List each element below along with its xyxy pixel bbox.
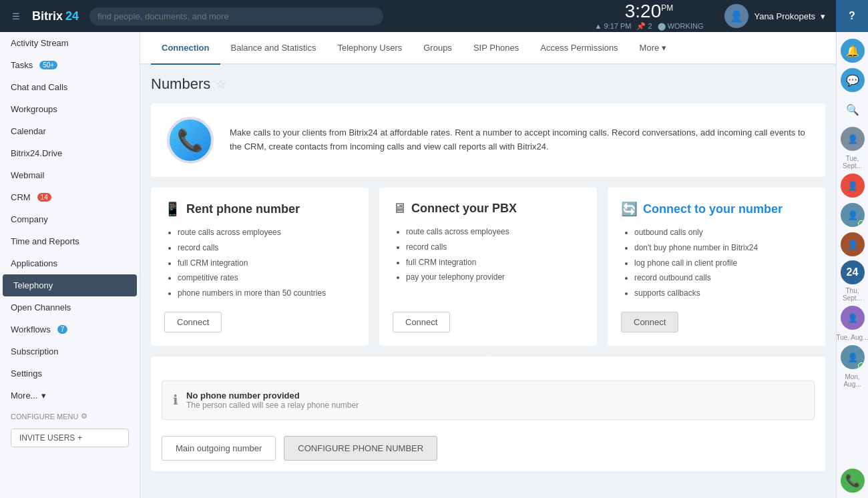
sidebar-item-calendar[interactable]: Calendar [0, 120, 140, 142]
phone-button[interactable]: 📞 [841, 469, 865, 493]
avatar-6[interactable]: 👤 [841, 345, 865, 369]
connect-pbx-connect-button[interactable]: Connect [393, 312, 450, 332]
invite-users-button[interactable]: INVITE USERS + [11, 429, 129, 447]
intro-box: 📞 Make calls to your clients from Bitrix… [151, 103, 825, 177]
rent-phone-card: 📱 Rent phone number route calls across e… [151, 188, 369, 346]
sidebar-item-settings[interactable]: Settings [0, 362, 140, 385]
avatar-4[interactable]: 👤 [841, 232, 865, 256]
warning-box: ℹ No phone number provided The person ca… [162, 381, 815, 420]
hamburger-menu[interactable]: ☰ [0, 11, 32, 21]
page-body: Numbers ☆ 📞 Make calls to your clients f… [140, 65, 836, 482]
tab-telephony-users[interactable]: Telephony Users [327, 32, 413, 65]
configure-menu[interactable]: CONFIGURE MENU ⚙ [0, 407, 140, 426]
sidebar-item-more[interactable]: More... ▾ [0, 385, 140, 407]
date-badge: 24 [841, 260, 865, 284]
sidebar-item-tasks[interactable]: Tasks 50+ [0, 54, 140, 76]
sidebar-item-subscription[interactable]: Subscription [0, 340, 140, 362]
left-sidebar: Activity Stream Tasks 50+ Chat and Calls… [0, 32, 140, 498]
connect-pbx-features: route calls across employees record call… [393, 224, 584, 301]
sidebar-item-time-reports[interactable]: Time and Reports [0, 230, 140, 252]
sidebar-item-webmail[interactable]: Webmail [0, 164, 140, 186]
tab-groups[interactable]: Groups [413, 32, 463, 65]
tab-connection[interactable]: Connection [151, 32, 220, 65]
warning-title: No phone number provided [186, 391, 359, 401]
connect-pbx-icon: 🖥 [393, 201, 406, 216]
sidebar-item-activity-stream[interactable]: Activity Stream [0, 32, 140, 54]
cards-row: 📱 Rent phone number route calls across e… [151, 188, 825, 346]
notifications-icon[interactable]: 🔔 [841, 39, 865, 63]
connect-number-features: outbound calls only don't buy phone numb… [621, 225, 812, 301]
top-bar: ☰ Bitrix 24 3:20PM ▲ 9:17 PM 📌 2 ⬤ WORKI… [0, 0, 868, 32]
tab-access-permissions[interactable]: Access Permissions [529, 32, 628, 65]
tabs-bar: Connection Balance and Statistics Teleph… [140, 32, 836, 65]
date-label-2: Thu, Sept... [837, 287, 869, 302]
avatar-1[interactable]: 👤 [841, 127, 865, 151]
configure-phone-number-button[interactable]: CONFIGURE PHONE NUMBER [284, 436, 437, 461]
intro-text: Make calls to your clients from Bitrix24… [230, 126, 809, 154]
avatar-5[interactable]: 👤 [841, 306, 865, 330]
main-content: Connection Balance and Statistics Teleph… [140, 32, 836, 498]
date-label-4: Mon, Aug... [837, 373, 869, 388]
date-label-1: Tue, Sept... [837, 155, 869, 170]
right-sidebar: 🔔 💬 🔍 👤 Tue, Sept... 👤 👤 👤 24 Thu, Sept.… [836, 32, 868, 498]
sidebar-item-open-channels[interactable]: Open Channels [0, 296, 140, 318]
connect-number-icon: 🔄 [621, 201, 638, 217]
search-icon[interactable]: 🔍 [841, 97, 865, 121]
chat-icon[interactable]: 💬 [841, 68, 865, 92]
sidebar-item-workflows[interactable]: Workflows 7 [0, 318, 140, 340]
avatar-3[interactable]: 👤 [841, 203, 865, 227]
sidebar-item-chat-calls[interactable]: Chat and Calls [0, 76, 140, 98]
main-outgoing-number-button[interactable]: Main outgoing number [162, 436, 276, 461]
bottom-actions: Main outgoing number CONFIGURE PHONE NUM… [151, 431, 825, 471]
connect-number-connect-button[interactable]: Connect [621, 312, 678, 332]
page-title: Numbers ☆ [151, 75, 825, 93]
avatar-2[interactable]: 👤 [841, 174, 865, 198]
warning-subtitle: The person called will see a relay phone… [186, 401, 359, 410]
date-label-3: Tue, Aug... [837, 334, 869, 341]
phone-circle-icon: 📞 [167, 117, 214, 164]
connect-number-card: 🔄 Connect to your number outbound calls … [608, 188, 825, 346]
help-button[interactable]: ? [836, 0, 868, 32]
tab-sip-phones[interactable]: SIP Phones [463, 32, 529, 65]
tab-balance-statistics[interactable]: Balance and Statistics [220, 32, 327, 65]
favorite-star[interactable]: ☆ [216, 77, 226, 91]
search-input[interactable] [89, 7, 383, 25]
sidebar-item-telephony[interactable]: Telephony [3, 274, 137, 296]
rent-phone-features: route calls across employees record call… [164, 225, 355, 301]
connect-pbx-card: 🖥 Connect your PBX route calls across em… [379, 188, 597, 346]
triangle-decoration [475, 356, 501, 369]
bottom-section: ℹ No phone number provided The person ca… [151, 356, 825, 471]
search-bar[interactable] [89, 7, 383, 25]
plus-icon: + [77, 433, 82, 443]
gear-icon[interactable]: ⚙ [81, 412, 87, 421]
sidebar-item-workgroups[interactable]: Workgroups [0, 98, 140, 120]
user-block[interactable]: 👤 Yana Prokopets ▾ [714, 4, 836, 28]
avatar: 👤 [724, 4, 748, 28]
sidebar-item-applications[interactable]: Applications [0, 252, 140, 274]
tab-more[interactable]: More▾ [629, 32, 678, 65]
rent-phone-icon: 📱 [164, 201, 181, 217]
warning-icon: ℹ [173, 392, 178, 408]
sidebar-item-bitrix24-drive[interactable]: Bitrix24.Drive [0, 142, 140, 164]
sidebar-item-company[interactable]: Company [0, 208, 140, 230]
app-logo: Bitrix 24 [32, 9, 89, 23]
time-block: 3:20PM ▲ 9:17 PM 📌 2 ⬤ WORKING [584, 2, 714, 31]
sidebar-item-crm[interactable]: CRM 14 [0, 186, 140, 208]
rent-phone-connect-button[interactable]: Connect [164, 312, 222, 332]
